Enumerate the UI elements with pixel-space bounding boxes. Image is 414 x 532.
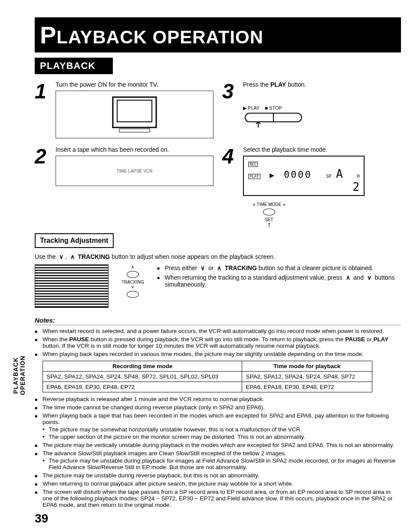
note-item: When restart record is selected, and a p… — [35, 328, 401, 334]
note-item: The picture may be vertically unstable d… — [35, 442, 401, 448]
play-stop-buttons-icon — [243, 111, 304, 128]
step-4: 4 Select the playback time mode. REC PLA… — [222, 146, 401, 227]
vcr-illustration: TIME LAPSE VCR — [56, 156, 214, 186]
note-item: Reverse playback is released after 1 min… — [35, 396, 401, 402]
section-heading: PLAYBACK — [35, 58, 113, 74]
lcd-display: REC PLAY ▶ 0000 SP A H 2 — [243, 156, 365, 196]
note-item: The advance Slow/Still playback images a… — [35, 450, 401, 470]
table-header: Time mode for playback — [242, 361, 372, 372]
monitor-illustration — [56, 91, 214, 138]
timemode-control: ∨ TIME MODE ∧ SET ↑ — [243, 202, 295, 227]
subnote-item: The picture may be unstable during playb… — [43, 457, 401, 470]
page-title: PPLAYBACK OPERATIONLAYBACK OPERATION — [40, 27, 263, 47]
tracking-heading: Tracking Adjustment — [35, 233, 114, 248]
table-header: Recording time mode — [43, 361, 242, 372]
bullet-item: When returning the tracking to a standar… — [157, 274, 401, 288]
tracking-bullets: Press either ∨ or ∧ TRACKING button so t… — [157, 264, 401, 290]
tracking-buttons-illustration: ∧ TRACKING ∨ — [122, 264, 144, 300]
note-item: The picture may be unstable during rever… — [35, 472, 401, 479]
svg-rect-1 — [117, 100, 152, 122]
step-text: Press the PLAY button. — [243, 81, 401, 88]
step-number: 1 — [35, 81, 52, 138]
time-mode-table: Recording time mode Time mode for playba… — [43, 361, 372, 392]
subnote-item: The picture may be somewhat horizontally… — [43, 426, 401, 433]
arrow-up-icon: ↑ — [243, 222, 295, 227]
step-number: 3 — [222, 81, 240, 138]
note-item: The screen will disturb when the tape pa… — [35, 489, 401, 508]
svg-rect-2 — [119, 129, 150, 132]
step-text: Turn the power ON for the monitor TV. — [56, 81, 214, 88]
note-item: When playing back tapes recorded in vari… — [35, 351, 401, 357]
tv-icon — [108, 95, 161, 134]
noise-screen-illustration — [35, 264, 108, 308]
play-stop-labels: ▶ PLAY ■ STOP — [243, 105, 401, 111]
step-text: Select the playback time mode. — [243, 146, 401, 153]
step-2: 2 Insert a tape which has been recorded … — [35, 146, 214, 227]
notes-heading: Notes: — [35, 317, 401, 324]
step-3: 3 Press the PLAY button. ▶ PLAY ■ STOP — [222, 81, 401, 138]
side-tab: PLAYBACKOPERATION — [12, 356, 26, 395]
table-row: EPA6, EPA18, EP30, EP48, EP72 EPA6, EPA1… — [43, 382, 372, 392]
svg-rect-0 — [113, 97, 156, 127]
oval-button-icon — [263, 209, 275, 215]
note-item: When returning to normal playback after … — [35, 480, 401, 487]
page-title-bar: PPLAYBACK OPERATIONLAYBACK OPERATION — [35, 17, 401, 52]
oval-button-icon — [127, 291, 139, 298]
table-row: SPA2, SPA12, SPA24, SP24, SP48, SP72, SP… — [43, 372, 372, 382]
subnote-item: The upper section of the picture on the … — [43, 434, 401, 440]
bullet-item: Press either ∨ or ∧ TRACKING button so t… — [157, 264, 401, 271]
step-number: 2 — [35, 146, 52, 227]
page-number: 39 — [35, 512, 401, 525]
note-item: When the PAUSE button is pressed during … — [35, 336, 401, 349]
notes-list-2: Reverse playback is released after 1 min… — [35, 396, 401, 508]
note-item: The time mode cannot be changed during r… — [35, 404, 401, 411]
tracking-description: Use the ∨ , ∧ TRACKING button to adjust … — [35, 253, 401, 260]
step-text: Insert a tape which has been recorded on… — [56, 146, 214, 153]
oval-button-icon — [127, 271, 139, 278]
note-item: When playing back a tape that has been r… — [35, 412, 401, 440]
step-number: 4 — [222, 146, 240, 227]
notes-list-1: When restart record is selected, and a p… — [35, 328, 401, 357]
step-1: 1 Turn the power ON for the monitor TV. — [35, 81, 214, 138]
